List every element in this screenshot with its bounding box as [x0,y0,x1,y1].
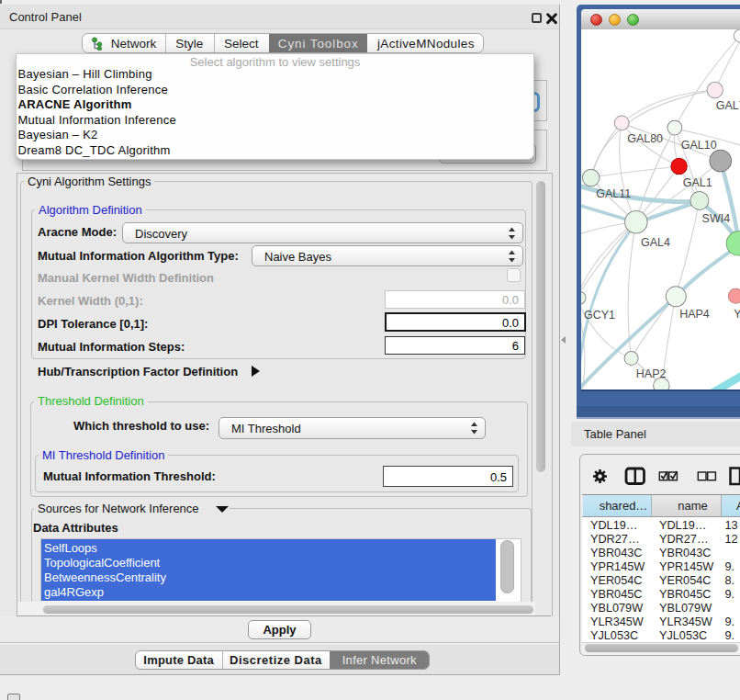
svg-text:HAP4: HAP4 [679,308,710,321]
svg-text:GAL7: GAL7 [715,99,740,112]
svg-text:GAL1: GAL1 [682,176,712,189]
svg-text:GAL11: GAL11 [596,187,631,200]
svg-text:HAP2: HAP2 [635,367,666,380]
svg-text:YB: YB [734,308,740,321]
svg-text:GCY1: GCY1 [584,309,615,322]
svg-text:GAL80: GAL80 [627,132,663,145]
svg-text:GAL10: GAL10 [680,139,716,152]
svg-text:GAL4: GAL4 [641,236,670,249]
svg-text:SWI4: SWI4 [701,212,730,225]
